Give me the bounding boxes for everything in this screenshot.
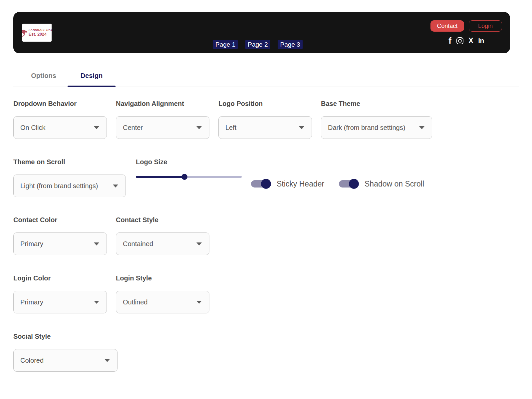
select-value: Light (from brand settings)	[20, 182, 98, 190]
contact-style-select[interactable]: Contained	[116, 232, 209, 255]
field-contact-color: Contact Color Primary	[13, 216, 107, 255]
field-navigation-alignment: Navigation Alignment Center	[116, 100, 209, 139]
sticky-header-toggle-group: Sticky Header	[250, 179, 324, 189]
chevron-down-icon	[196, 301, 202, 304]
chevron-down-icon	[105, 359, 110, 362]
brand-logo[interactable]: LANSDALE RAYS Est. 2024	[22, 24, 52, 42]
social-style-select[interactable]: Colored	[13, 349, 118, 372]
field-label: Logo Position	[218, 100, 312, 107]
logo-size-slider-thumb[interactable]	[181, 174, 187, 180]
shadow-on-scroll-toggle-group: Shadow on Scroll	[338, 179, 424, 189]
select-value: Contained	[123, 240, 153, 248]
logo-size-label: Logo Size	[136, 158, 167, 166]
instagram-icon[interactable]	[456, 37, 464, 45]
toggle-thumb	[261, 179, 271, 189]
contact-button[interactable]: Contact	[430, 20, 464, 32]
field-label: Login Color	[13, 274, 107, 282]
base-theme-select[interactable]: Dark (from brand settings)	[321, 116, 432, 139]
logo-position-select[interactable]: Left	[218, 116, 312, 139]
preview-buttons-row: Contact Login	[430, 20, 502, 32]
chevron-down-icon	[94, 126, 99, 129]
active-tab-underline	[68, 86, 116, 87]
logo-size-slider-fill	[136, 176, 184, 178]
contact-color-select[interactable]: Primary	[13, 232, 107, 255]
field-logo-position: Logo Position Left	[218, 100, 312, 139]
sticky-header-label: Sticky Header	[277, 180, 324, 189]
logo-size-slider[interactable]	[136, 174, 242, 180]
select-value: Center	[123, 124, 143, 132]
manta-ray-icon	[22, 28, 28, 37]
login-style-select[interactable]: Outlined	[116, 291, 209, 313]
login-button[interactable]: Login	[469, 20, 502, 32]
field-label: Login Style	[116, 274, 209, 282]
brand-logo-text: LANSDALE RAYS Est. 2024	[29, 29, 52, 37]
site-preview-header: LANSDALE RAYS Est. 2024 Page 1 Page 2 Pa…	[13, 12, 510, 53]
nav-link-page-3[interactable]: Page 3	[278, 40, 302, 49]
field-label: Dropdown Behavior	[13, 100, 107, 107]
tab-design[interactable]: Design	[68, 72, 116, 80]
tab-options[interactable]: Options	[20, 72, 68, 80]
chevron-down-icon	[299, 126, 304, 129]
settings-tabs: Options Design	[13, 68, 519, 87]
chevron-down-icon	[113, 185, 118, 188]
preview-header-actions: Contact Login f X in	[430, 20, 502, 45]
linkedin-icon[interactable]: in	[478, 37, 484, 45]
brand-name: LANSDALE RAYS	[29, 29, 52, 32]
sticky-header-toggle[interactable]	[250, 179, 271, 189]
select-value: Dark (from brand settings)	[328, 124, 405, 132]
field-login-style: Login Style Outlined	[116, 274, 209, 313]
field-label: Contact Style	[116, 216, 209, 223]
preview-nav: Page 1 Page 2 Page 3	[213, 40, 303, 49]
shadow-on-scroll-toggle[interactable]	[338, 179, 359, 189]
field-label: Social Style	[13, 333, 118, 340]
select-value: Primary	[20, 240, 43, 248]
field-theme-on-scroll: Theme on Scroll Light (from brand settin…	[13, 158, 126, 197]
select-value: Left	[225, 124, 236, 132]
chevron-down-icon	[94, 242, 99, 245]
facebook-icon[interactable]: f	[448, 37, 451, 45]
chevron-down-icon	[196, 126, 202, 129]
field-label: Theme on Scroll	[13, 158, 126, 166]
field-label: Contact Color	[13, 216, 107, 223]
field-dropdown-behavior: Dropdown Behavior On Click	[13, 100, 107, 139]
field-label: Navigation Alignment	[116, 100, 209, 107]
nav-link-page-1[interactable]: Page 1	[213, 40, 238, 49]
field-label: Base Theme	[321, 100, 432, 107]
select-value: Primary	[20, 298, 43, 306]
chevron-down-icon	[419, 126, 424, 129]
brand-est-line: Est. 2024	[29, 32, 52, 37]
social-icons-row: f X in	[448, 37, 484, 45]
chevron-down-icon	[196, 242, 202, 245]
navigation-alignment-select[interactable]: Center	[116, 116, 209, 139]
field-contact-style: Contact Style Contained	[116, 216, 209, 255]
field-social-style: Social Style Colored	[13, 333, 118, 372]
dropdown-behavior-select[interactable]: On Click	[13, 116, 107, 139]
login-color-select[interactable]: Primary	[13, 291, 107, 313]
theme-on-scroll-select[interactable]: Light (from brand settings)	[13, 175, 126, 197]
nav-link-page-2[interactable]: Page 2	[245, 40, 270, 49]
field-base-theme: Base Theme Dark (from brand settings)	[321, 100, 432, 139]
select-value: Outlined	[123, 298, 148, 306]
toggle-thumb	[349, 179, 359, 189]
select-value: On Click	[20, 124, 46, 132]
chevron-down-icon	[94, 301, 99, 304]
select-value: Colored	[20, 357, 44, 364]
shadow-on-scroll-label: Shadow on Scroll	[365, 180, 424, 189]
field-login-color: Login Color Primary	[13, 274, 107, 313]
x-icon[interactable]: X	[468, 37, 473, 45]
